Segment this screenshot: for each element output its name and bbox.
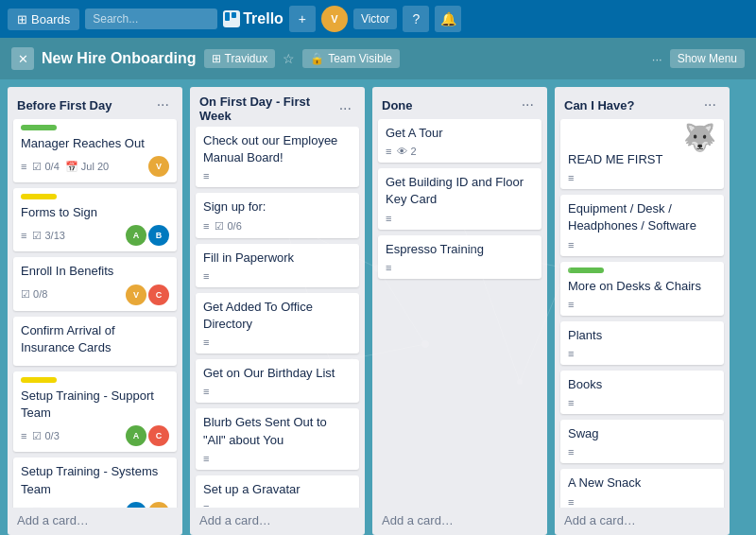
add-button[interactable]: +: [289, 6, 316, 32]
card[interactable]: Set up a Gravatar≡: [196, 475, 359, 508]
visibility-button[interactable]: 🔒 Team Visible: [302, 49, 400, 68]
card[interactable]: Equipment / Desk / Headphones / Software…: [560, 195, 724, 255]
lock-icon: 🔒: [310, 52, 324, 65]
card[interactable]: Espresso Training≡: [378, 235, 541, 279]
column-cards-col1: Manager Reaches Out≡☑ 0/4📅 Jul 20VForms …: [8, 119, 182, 508]
card-label: [21, 194, 57, 199]
card-title: Equipment / Desk / Headphones / Software: [568, 200, 716, 234]
card-badge: ☑ 0/6: [215, 220, 241, 233]
workspace-button[interactable]: ⊞ Travidux: [204, 49, 276, 68]
card-badge: ≡: [386, 213, 391, 224]
trello-logo: Trello: [223, 10, 284, 27]
card-title: Books: [568, 376, 716, 393]
workspace-icon: ⊞: [212, 52, 221, 65]
card-title: Confirm Arrival of Insurance Cards: [21, 322, 169, 356]
card-badge: ☑ 3/13: [32, 230, 64, 242]
card[interactable]: Setup Training - Support Team≡☑ 0/3AC: [13, 371, 177, 452]
card[interactable]: Setup Training - Systems Team≡☑ 0/3BV: [13, 457, 177, 508]
card-badge: ≡: [568, 299, 574, 310]
add-card-button-col2[interactable]: Add a card…: [190, 508, 365, 535]
card[interactable]: Confirm Arrival of Insurance Cards: [13, 317, 177, 366]
card-badge: ≡: [386, 146, 391, 157]
card-badge: ≡: [386, 262, 391, 273]
card[interactable]: Forms to Sign≡☑ 3/13AB: [13, 188, 177, 251]
svg-rect-1: [225, 12, 230, 21]
card-badge: ≡: [21, 230, 26, 241]
card-title: More on Desks & Chairs: [568, 278, 716, 295]
card-badges: ≡: [203, 386, 209, 397]
svg-rect-2: [232, 12, 236, 18]
card-badge: ≡: [203, 220, 209, 232]
user-menu-button[interactable]: Victor: [353, 9, 397, 29]
add-card-button-col3[interactable]: Add a card…: [372, 508, 547, 535]
card[interactable]: Swag≡: [560, 420, 724, 463]
card[interactable]: Fill in Paperwork≡: [196, 244, 359, 287]
card-title: READ ME FIRST: [568, 151, 716, 168]
card[interactable]: Get A Tour≡👁 2: [378, 119, 541, 163]
card-title: Setup Training - Systems Team: [21, 463, 169, 497]
card[interactable]: Get on Our Birthday List≡: [196, 359, 359, 403]
card-footer: ≡: [568, 348, 716, 359]
card-badges: ≡☑ 0/3: [21, 430, 60, 442]
card-label: [568, 268, 604, 273]
card[interactable]: Sign up for:≡☑ 0/6: [196, 193, 359, 237]
column-title-col4: Can I Have?: [564, 98, 634, 112]
add-card-button-col1[interactable]: Add a card…: [8, 508, 182, 535]
card-footer: ≡: [386, 262, 534, 273]
column-menu-button-col1[interactable]: ···: [153, 95, 173, 115]
card-badge: ≡: [203, 170, 209, 181]
card-title: Setup Training - Support Team: [21, 388, 169, 422]
avatar: A: [126, 225, 146, 246]
card-badges: ☑ 0/8: [21, 288, 47, 301]
board-icon: ✕: [11, 47, 34, 70]
column-header-col2: On First Day - First Week···: [190, 87, 365, 127]
card-badges: ≡☑ 0/6: [203, 220, 242, 233]
avatar: A: [126, 425, 146, 446]
card[interactable]: Get Added To Office Directory≡: [196, 293, 359, 354]
card-footer: ≡: [203, 386, 352, 397]
search-input[interactable]: [85, 9, 217, 29]
column-cards-col4: 🐺READ ME FIRST≡Equipment / Desk / Headph…: [555, 119, 730, 508]
star-button[interactable]: ☆: [283, 51, 295, 66]
column-col2: On First Day - First Week···Check out ou…: [190, 87, 365, 535]
card-title: Get Building ID and Floor Key Card: [386, 174, 534, 208]
topbar-right: + V Victor ? 🔔: [289, 6, 461, 32]
card-footer: ≡: [568, 446, 716, 457]
card-footer: ≡: [386, 213, 534, 224]
logo-text: Trello: [243, 10, 284, 27]
add-card-button-col4[interactable]: Add a card…: [555, 508, 730, 535]
card[interactable]: A New Snack≡: [560, 469, 724, 508]
card-footer: ≡: [203, 337, 352, 348]
topbar: ⊞ Boards Trello + V Victor ? 🔔: [0, 0, 756, 38]
column-menu-button-col2[interactable]: ···: [335, 98, 355, 119]
show-menu-button[interactable]: Show Menu: [670, 49, 745, 68]
card[interactable]: Get Building ID and Floor Key Card≡: [378, 168, 541, 229]
column-title-col1: Before First Day: [17, 98, 112, 112]
card[interactable]: Enroll In Benefits☑ 0/8VC: [13, 257, 177, 310]
boards-icon: ⊞: [17, 12, 27, 26]
card-badges: ≡: [568, 446, 574, 457]
card-avatars: VC: [126, 285, 169, 305]
card-title: Manager Reaches Out: [21, 135, 169, 152]
card[interactable]: Books≡: [560, 371, 724, 414]
card-badge: ≡: [203, 386, 209, 397]
board-body: Before First Day···Manager Reaches Out≡☑…: [0, 79, 756, 535]
card[interactable]: More on Desks & Chairs≡: [560, 262, 724, 316]
card-badges: ≡: [386, 262, 391, 273]
info-button[interactable]: ?: [403, 6, 429, 32]
card[interactable]: Check out our Employee Manual Board!≡: [196, 127, 359, 187]
card-badge: ≡: [568, 397, 574, 408]
trello-icon: [223, 10, 240, 27]
card-footer: ≡: [568, 239, 716, 250]
column-menu-button-col4[interactable]: ···: [700, 95, 720, 115]
card-badges: ≡: [568, 348, 574, 359]
card[interactable]: Blurb Gets Sent Out to "All" about You≡: [196, 408, 359, 469]
column-col1: Before First Day···Manager Reaches Out≡☑…: [8, 87, 182, 535]
notifications-button[interactable]: 🔔: [435, 6, 461, 32]
column-menu-button-col3[interactable]: ···: [518, 95, 538, 115]
card[interactable]: Plants≡: [560, 321, 724, 365]
card[interactable]: 🐺READ ME FIRST≡: [560, 119, 724, 189]
card-badges: ≡: [386, 213, 391, 224]
boards-button[interactable]: ⊞ Boards: [8, 9, 79, 30]
card[interactable]: Manager Reaches Out≡☑ 0/4📅 Jul 20V: [13, 119, 177, 182]
